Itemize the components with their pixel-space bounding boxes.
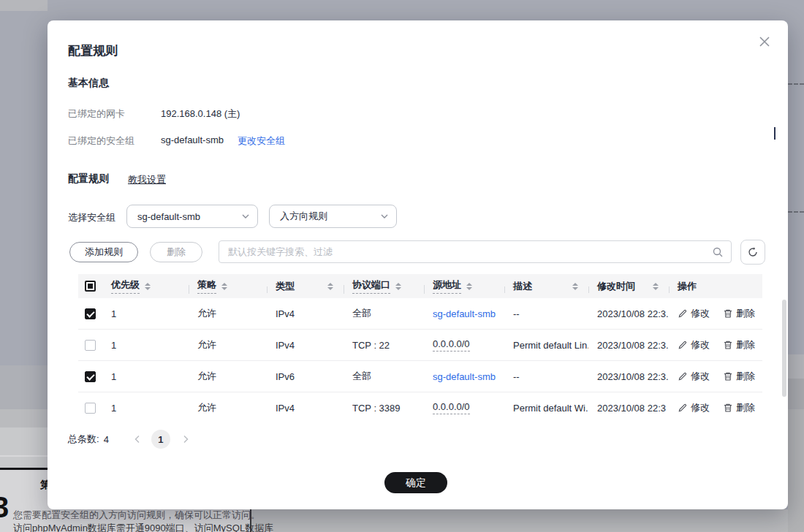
rules-table: 优先级 策略 类型 协议端口 源地址 描述 修改时间 操作 1 允许 IPv4 … xyxy=(78,274,762,415)
type-cell: IPv4 xyxy=(267,340,344,351)
table-header-cell[interactable]: 描述 xyxy=(504,280,588,293)
pencil-icon xyxy=(678,371,688,381)
sort-icon[interactable] xyxy=(395,283,401,290)
delete-action[interactable]: 删除 xyxy=(723,307,755,320)
type-cell: IPv4 xyxy=(267,308,344,319)
table-row: 1 允许 IPv4 全部 sg-default-smb -- 2023/10/0… xyxy=(78,298,762,330)
sort-icon[interactable] xyxy=(572,283,578,290)
source-value[interactable]: sg-default-smb xyxy=(433,308,496,319)
modified-time-cell: 2023/10/08 22:3... xyxy=(588,308,669,319)
actions-cell: 修改 删除 xyxy=(669,370,762,383)
page-artifact-line xyxy=(774,127,775,140)
direction-select[interactable]: 入方向规则 xyxy=(269,205,397,228)
priority-cell: 1 xyxy=(102,403,189,414)
backdrop-band xyxy=(251,509,788,532)
row-checkbox[interactable] xyxy=(85,403,96,414)
description-cell: Permit default Wi... xyxy=(504,403,588,414)
security-group-value: sg-default-smb xyxy=(161,134,224,145)
next-page-button[interactable] xyxy=(178,431,194,447)
delete-action[interactable]: 删除 xyxy=(723,401,755,414)
protocol-port-cell: TCP : 22 xyxy=(344,340,424,351)
step-description-line1: 您需要配置安全组的入方向访问规则，确保可以正常访问。 xyxy=(13,509,260,522)
row-checkbox[interactable] xyxy=(85,340,96,351)
confirm-button[interactable]: 确定 xyxy=(384,472,447,493)
backdrop-band xyxy=(0,428,48,470)
step-description-line2: 访问phpMyAdmin数据库需开通9090端口、访问MySQL数据库 xyxy=(13,522,273,532)
backdrop-dashed-line xyxy=(788,211,804,213)
search-icon[interactable] xyxy=(712,246,724,258)
table-header-cell[interactable]: 源地址 xyxy=(424,278,504,294)
trash-icon xyxy=(723,308,733,319)
table-row: 1 允许 IPv4 TCP : 22 0.0.0.0/0 Permit defa… xyxy=(78,330,762,361)
priority-cell: 1 xyxy=(102,340,189,351)
select-security-group-label: 选择安全组 xyxy=(68,211,115,224)
modified-time-cell: 2023/10/08 22:3... xyxy=(588,371,669,382)
delete-action[interactable]: 删除 xyxy=(723,338,755,352)
direction-select-value: 入方向规则 xyxy=(280,210,327,223)
basic-info-heading: 基本信息 xyxy=(68,77,109,90)
total-count-label: 总条数: xyxy=(68,433,99,446)
header-checkbox-cell xyxy=(78,281,102,292)
dialog-scrollbar[interactable] xyxy=(782,300,786,397)
modify-action[interactable]: 修改 xyxy=(678,307,710,320)
refresh-icon xyxy=(747,246,759,258)
modify-action[interactable]: 修改 xyxy=(678,370,710,383)
trash-icon xyxy=(723,340,733,350)
table-header-cell[interactable]: 修改时间 xyxy=(588,280,669,293)
close-button[interactable] xyxy=(756,34,773,50)
sort-icon[interactable] xyxy=(327,283,333,290)
change-security-group-link[interactable]: 更改安全组 xyxy=(238,134,285,148)
close-icon xyxy=(759,36,770,48)
refresh-button[interactable] xyxy=(740,240,765,265)
step-number-partial: 3 xyxy=(0,491,9,524)
row-checkbox[interactable] xyxy=(85,371,96,382)
source-value[interactable]: 0.0.0.0/0 xyxy=(433,401,470,414)
backdrop-band xyxy=(788,379,804,409)
protocol-port-cell: 全部 xyxy=(344,370,424,383)
delete-action[interactable]: 删除 xyxy=(723,370,755,383)
backdrop-band xyxy=(0,0,48,11)
security-group-label: 已绑定的安全组 xyxy=(68,134,134,148)
priority-cell: 1 xyxy=(102,308,189,319)
trash-icon xyxy=(723,371,733,381)
sort-icon[interactable] xyxy=(221,283,227,290)
actions-cell: 修改 删除 xyxy=(669,307,762,320)
table-header-cell[interactable]: 协议端口 xyxy=(344,278,424,294)
table-header-cell[interactable]: 策略 xyxy=(189,278,267,294)
table-header-cell[interactable]: 操作 xyxy=(669,280,762,293)
page-number-button[interactable]: 1 xyxy=(151,430,170,449)
protocol-port-cell: TCP : 3389 xyxy=(344,403,424,414)
source-value[interactable]: 0.0.0.0/0 xyxy=(433,338,470,352)
row-checkbox-cell xyxy=(78,340,102,351)
type-cell: IPv6 xyxy=(267,371,344,382)
search-box xyxy=(219,240,732,263)
description-cell: -- xyxy=(504,371,588,382)
delete-button[interactable]: 删除 xyxy=(150,242,202,262)
sort-icon[interactable] xyxy=(466,283,472,290)
modify-action[interactable]: 修改 xyxy=(678,338,710,352)
table-header-cell[interactable]: 类型 xyxy=(267,280,344,293)
table-row: 1 允许 IPv6 全部 sg-default-smb -- 2023/10/0… xyxy=(78,361,762,392)
sort-icon[interactable] xyxy=(653,283,659,290)
security-group-select[interactable]: sg-default-smb xyxy=(126,205,258,228)
prev-page-button[interactable] xyxy=(129,431,145,447)
rules-section-heading: 配置规则 xyxy=(68,172,109,186)
select-all-checkbox[interactable] xyxy=(85,281,96,292)
protocol-port-cell: 全部 xyxy=(344,307,424,320)
table-header-cell[interactable]: 优先级 xyxy=(102,278,189,294)
sort-icon[interactable] xyxy=(145,283,151,290)
add-rule-button[interactable]: 添加规则 xyxy=(69,242,138,262)
chevron-right-icon xyxy=(182,435,189,444)
row-checkbox[interactable] xyxy=(85,308,96,319)
policy-cell: 允许 xyxy=(189,401,267,414)
backdrop-band xyxy=(0,409,48,428)
source-cell: sg-default-smb xyxy=(424,371,504,382)
teach-me-link[interactable]: 教我设置 xyxy=(128,173,166,186)
backdrop-band xyxy=(788,409,804,532)
source-value[interactable]: sg-default-smb xyxy=(433,371,496,382)
actions-cell: 修改 删除 xyxy=(669,338,762,352)
pencil-icon xyxy=(678,308,688,319)
search-input[interactable] xyxy=(228,246,712,257)
modify-action[interactable]: 修改 xyxy=(678,401,710,414)
pencil-icon xyxy=(678,403,688,413)
